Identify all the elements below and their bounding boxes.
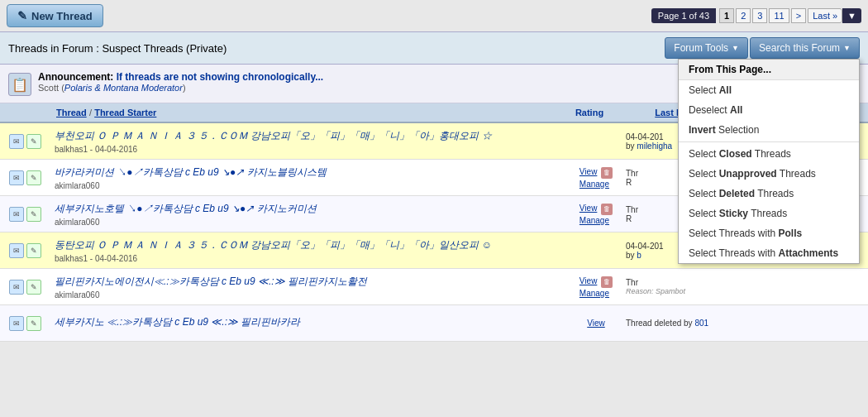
col-thread: 바카라커미션 ↘●↗카톡상담 c Eb u9 ↘●↗ 카지노블링시스템 akim…: [50, 160, 571, 195]
top-bar: New Thread Page 1 of 43 1 2 3 11 > Last …: [0, 0, 868, 31]
view-link[interactable]: View: [587, 319, 605, 328]
page-links-group: 1 2 3 11 > Last » ▼: [719, 8, 861, 23]
dropdown-select-unapproved[interactable]: Select Unapproved Threads: [679, 164, 859, 184]
breadcrumb-bar: Threads in Forum : Suspect Threads (Priv…: [0, 31, 868, 65]
forum-tools-arrow-icon: ▼: [732, 44, 739, 52]
col-icons: ✉ ✎: [0, 269, 50, 304]
thread-title-link[interactable]: 부천오피 Ｏ Ｐ Ｍ Ａ Ｎ Ｉ Ａ ３ ５．ＣＯＭ 강남오피「오」「피」「매」…: [55, 130, 492, 141]
edit-icon: ✎: [26, 280, 41, 295]
thread-title-link[interactable]: 세부카지노호텔 ↘●↗카톡상담 c Eb u9 ↘●↗ 카지노커미션: [55, 203, 317, 214]
dropdown-divider-1: [679, 141, 859, 142]
view-manage: View: [587, 319, 605, 328]
new-thread-button[interactable]: New Thread: [7, 4, 103, 27]
table-row: ✉ ✎ 세부카지노 ≪.:≫카톡상담 c Eb u9 ≪.:≫ 필리핀바카라 V…: [0, 305, 868, 342]
col-replies: [753, 269, 803, 304]
new-thread-label: New Thread: [31, 10, 93, 22]
dropdown-select-all[interactable]: Select All: [679, 80, 859, 100]
page-link-11[interactable]: 11: [769, 8, 789, 23]
page-link-2[interactable]: 2: [736, 8, 751, 23]
thread-title-link[interactable]: 필리핀카지노에이전시≪.:≫카톡상담 c Eb u9 ≪.:≫ 필리핀카지노활전: [55, 276, 367, 287]
table-row: ✉ ✎ 필리핀카지노에이전시≪.:≫카톡상담 c Eb u9 ≪.:≫ 필리핀카…: [0, 269, 868, 305]
col-rating: View 🗑 Manage: [571, 196, 621, 232]
th-rating: Rating: [565, 108, 614, 117]
col-icons: ✉ ✎: [0, 232, 50, 268]
last-post-user-link[interactable]: milehigha: [637, 141, 672, 151]
thread-starter: balkhas1 - 04-04-2016: [55, 254, 566, 263]
col-rating: [571, 123, 621, 159]
manage-link[interactable]: Manage: [579, 180, 613, 189]
col-views: [803, 269, 848, 304]
col-views: [803, 305, 848, 341]
col-rating: View: [571, 305, 621, 341]
announcement-link[interactable]: If threads are not showing chronological…: [117, 71, 323, 83]
trash-icon[interactable]: 🗑: [601, 204, 613, 215]
col-icons: ✉ ✎: [0, 123, 50, 159]
edit-icon: ✎: [26, 170, 41, 185]
dropdown-section-label: From This Page...: [679, 60, 859, 80]
thread-title: 필리핀카지노에이전시≪.:≫카톡상담 c Eb u9 ≪.:≫ 필리핀카지노활전: [55, 275, 566, 289]
announcement-label: Announcement: [38, 71, 110, 83]
forum-tools-label: Forum Tools: [674, 42, 728, 54]
announcement-role-link[interactable]: Polaris & Montana Moderator: [64, 83, 183, 93]
thread-starter: akimlara060: [55, 218, 566, 227]
manage-link[interactable]: Manage: [579, 289, 613, 298]
manage-link[interactable]: Manage: [579, 216, 613, 225]
th-thread-link[interactable]: Thread: [56, 108, 87, 117]
col-thread: 필리핀카지노에이전시≪.:≫카톡상담 c Eb u9 ≪.:≫ 필리핀카지노활전…: [50, 269, 571, 304]
pagination-dropdown-btn[interactable]: ▼: [842, 8, 861, 23]
view-manage: View 🗑 Manage: [579, 204, 613, 225]
trash-icon[interactable]: 🗑: [601, 167, 613, 179]
col-rating: [571, 232, 621, 268]
forum-tools-dropdown-menu: From This Page... Select All Deselect Al…: [678, 59, 860, 264]
user-801-link[interactable]: 801: [694, 319, 708, 328]
thread-title: 부천오피 Ｏ Ｐ Ｍ Ａ Ｎ Ｉ Ａ ３ ５．ＣＯＭ 강남오피「오」「피」「매」…: [55, 129, 566, 143]
dropdown-select-attachments[interactable]: Select Threads with Attachments: [679, 243, 859, 263]
view-link[interactable]: View: [579, 204, 598, 213]
announcement-content: Announcement: If threads are not showing…: [38, 71, 767, 93]
thread-title-link[interactable]: 동탄오피 Ｏ Ｐ Ｍ Ａ Ｎ Ｉ Ａ ３ ５．ＣＯＭ 강남오피「오」「피」「매」…: [55, 239, 492, 251]
thread-starter: akimlara060: [55, 181, 566, 190]
forum-tools-button[interactable]: Forum Tools ▼: [665, 37, 748, 59]
envelope-icon: ✉: [9, 280, 24, 295]
th-thread-starter-link[interactable]: Thread Starter: [94, 108, 156, 117]
page-link-3[interactable]: 3: [752, 8, 767, 23]
thread-title: 세부카지노호텔 ↘●↗카톡상담 c Eb u9 ↘●↗ 카지노커미션: [55, 202, 566, 216]
dropdown-select-closed[interactable]: Select Closed Threads: [679, 144, 859, 164]
col-icons: ✉ ✎: [0, 160, 50, 195]
trash-icon[interactable]: 🗑: [601, 276, 613, 288]
view-link[interactable]: View: [579, 276, 598, 285]
announcement-icon: 📋: [8, 73, 31, 96]
thread-starter: balkhas1 - 04-04-2016: [55, 145, 566, 154]
toolbar-buttons: Forum Tools ▼ Search this Forum ▼ From T…: [665, 37, 860, 59]
envelope-icon: ✉: [9, 134, 24, 149]
edit-icon: ✎: [26, 243, 41, 258]
pagination-area: Page 1 of 43 1 2 3 11 > Last » ▼: [651, 8, 861, 23]
dropdown-invert-selection[interactable]: Invert Selection: [679, 120, 859, 140]
page-info: Page 1 of 43: [651, 8, 716, 23]
edit-icon: ✎: [26, 316, 41, 331]
col-sort: [848, 305, 868, 341]
dropdown-deselect-all[interactable]: Deselect All: [679, 100, 859, 120]
col-lastpost: Thr Reason: Spambot: [621, 269, 753, 304]
thread-title-link[interactable]: 바카라커미션 ↘●↗카톡상담 c Eb u9 ↘●↗ 카지노블링시스템: [55, 166, 327, 178]
spam-reason: Reason: Spambot: [626, 287, 748, 295]
search-forum-button[interactable]: Search this Forum ▼: [750, 37, 860, 59]
dropdown-select-deleted[interactable]: Select Deleted Threads: [679, 184, 859, 204]
envelope-icon: ✉: [9, 316, 24, 331]
thread-title: 바카라커미션 ↘●↗카톡상담 c Eb u9 ↘●↗ 카지노블링시스템: [55, 165, 566, 180]
thread-title-link[interactable]: 세부카지노 ≪.:≫카톡상담 c Eb u9 ≪.:≫ 필리핀바카라: [55, 316, 300, 328]
th-thread: Thread / Thread Starter: [56, 107, 565, 118]
col-thread: 세부카지노호텔 ↘●↗카톡상담 c Eb u9 ↘●↗ 카지노커미션 akiml…: [50, 196, 571, 232]
dropdown-select-polls[interactable]: Select Threads with Polls: [679, 223, 859, 243]
col-sort: [848, 269, 868, 304]
search-forum-label: Search this Forum: [759, 42, 840, 54]
breadcrumb-forum-name: Suspect Threads (Private): [102, 42, 227, 55]
page-link-last[interactable]: Last »: [808, 8, 842, 23]
last-post-user-link[interactable]: b: [637, 251, 641, 260]
view-manage: View 🗑 Manage: [579, 167, 613, 189]
page-link-1[interactable]: 1: [719, 8, 734, 23]
view-link[interactable]: View: [579, 167, 598, 176]
dropdown-select-sticky[interactable]: Select Sticky Threads: [679, 204, 859, 223]
breadcrumb-prefix: Threads in Forum: [8, 42, 93, 55]
page-ellipsis: >: [791, 8, 806, 23]
